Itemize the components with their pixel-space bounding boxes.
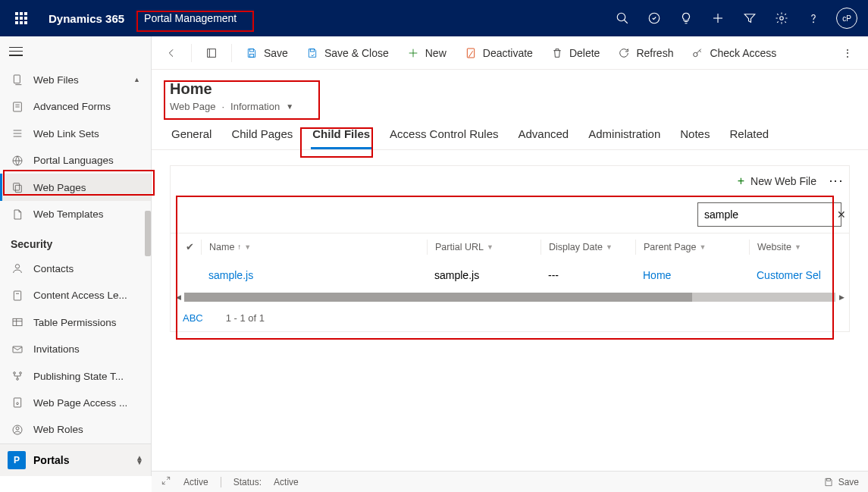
cell-name-link[interactable]: sample.js: [208, 269, 253, 281]
svg-point-27: [17, 378, 19, 381]
alpha-filter[interactable]: ABC: [183, 312, 203, 324]
vertical-dots-icon: ⋮: [842, 47, 854, 59]
sidebar-item-invitations[interactable]: Invitations: [0, 336, 151, 362]
assistant-button[interactable]: [672, 5, 700, 32]
grid-row[interactable]: sample.js sample.js --- Home Customer Se…: [171, 260, 849, 290]
task-button[interactable]: [641, 5, 668, 32]
sidebar-item-contacts[interactable]: Contacts: [0, 255, 151, 281]
svg-point-26: [20, 372, 22, 374]
cmd-label: Deactivate: [483, 47, 533, 59]
back-button[interactable]: [158, 38, 185, 68]
sort-asc-icon: ↑: [237, 243, 241, 251]
command-overflow[interactable]: ⋮: [835, 38, 862, 68]
footer-save-button[interactable]: Save: [823, 477, 859, 487]
sidebar-item-label: Web Roles: [33, 424, 140, 435]
svg-point-6: [813, 22, 814, 23]
envelope-icon: [11, 343, 24, 356]
subgrid-overflow[interactable]: ⋮: [828, 174, 844, 189]
sidebar-item-label: Portal Languages: [33, 155, 140, 166]
grid-horizontal-scrollbar[interactable]: ◀ ▶: [171, 290, 849, 304]
sidebar-item-web-files[interactable]: Web Files ▲: [0, 66, 151, 92]
sidebar-item-label: Publishing State T...: [33, 371, 140, 382]
sidebar-item-publishing-states[interactable]: Publishing State T...: [0, 362, 151, 389]
save-close-icon: [306, 47, 318, 59]
sidebar-item-label: Web Pages: [33, 182, 140, 193]
scroll-track[interactable]: [184, 293, 835, 302]
sidebar-scrollbar[interactable]: [145, 211, 151, 256]
user-avatar[interactable]: cP: [836, 8, 857, 29]
scroll-left-icon[interactable]: ◀: [174, 293, 183, 302]
check-access-button[interactable]: Check Access: [684, 38, 784, 68]
svg-rect-34: [249, 49, 253, 51]
sidebar-item-web-roles[interactable]: Web Roles: [0, 416, 151, 443]
entity-name: Web Page: [170, 101, 215, 112]
form-status-bar: Active Status: Active Save: [152, 471, 868, 492]
tab-advanced[interactable]: Advanced: [517, 120, 571, 149]
column-header-website[interactable]: Website ▼: [749, 240, 821, 255]
status-value: Active: [274, 477, 299, 487]
scroll-right-icon[interactable]: ▶: [837, 293, 846, 302]
subgrid-search[interactable]: ✕: [697, 202, 841, 227]
sidebar-item-label: Web Templates: [33, 208, 140, 220]
add-button[interactable]: [704, 5, 732, 32]
sidebar-item-web-templates[interactable]: Web Templates: [0, 201, 151, 227]
save-button[interactable]: Save: [238, 38, 296, 68]
sidebar-item-web-pages[interactable]: Web Pages: [0, 174, 151, 200]
sidebar-item-table-permissions[interactable]: Table Permissions: [0, 309, 151, 335]
clear-search-button[interactable]: ✕: [837, 208, 846, 221]
back-arrow-icon: [165, 47, 177, 59]
column-header-partial-url[interactable]: Partial URL ▼: [427, 240, 541, 255]
filter-button[interactable]: [736, 5, 763, 32]
app-title: Dynamics 365: [49, 12, 124, 25]
record-title: Home: [170, 80, 850, 98]
search-button[interactable]: [609, 5, 636, 32]
form-selector[interactable]: Information: [230, 101, 280, 112]
funnel-icon: [743, 11, 757, 25]
sidebar-area-switcher[interactable]: P Portals ▲▼: [0, 443, 151, 476]
open-record-set-button[interactable]: [198, 38, 225, 68]
search-input[interactable]: [704, 208, 837, 221]
cmd-label: Delete: [569, 47, 600, 59]
sidebar-item-web-page-access[interactable]: Web Page Access ...: [0, 390, 151, 416]
tab-related[interactable]: Related: [728, 120, 770, 149]
column-header-name[interactable]: Name ↑ ▼: [201, 240, 427, 255]
tab-access-control-rules[interactable]: Access Control Rules: [388, 120, 500, 149]
sidebar-item-content-access[interactable]: Content Access Le...: [0, 282, 151, 309]
deactivate-button[interactable]: Deactivate: [457, 38, 541, 68]
sidebar-item-portal-languages[interactable]: Portal Languages: [0, 147, 151, 174]
delete-button[interactable]: Delete: [544, 38, 607, 68]
sidebar-toggle[interactable]: [0, 36, 151, 66]
new-web-file-button[interactable]: + New Web File: [738, 174, 816, 188]
sidebar-item-advanced-forms[interactable]: Advanced Forms: [0, 93, 151, 120]
tab-notes[interactable]: Notes: [678, 120, 711, 149]
command-bar: Save Save & Close New Deactivate Delete …: [152, 36, 868, 70]
panel-icon: [205, 47, 218, 59]
help-button[interactable]: [800, 5, 827, 32]
tab-general[interactable]: General: [170, 120, 213, 149]
person-icon: [11, 262, 24, 275]
tab-administration[interactable]: Administration: [587, 120, 662, 149]
form-icon: [11, 100, 24, 114]
trash-icon: [551, 47, 563, 59]
tab-child-pages[interactable]: Child Pages: [230, 120, 294, 149]
expand-button[interactable]: [161, 475, 171, 488]
waffle-icon: [15, 12, 27, 24]
tab-child-files[interactable]: Child Files: [311, 120, 371, 149]
svg-point-18: [15, 265, 19, 268]
column-header-parent-page[interactable]: Parent Page ▼: [635, 240, 749, 255]
save-close-button[interactable]: Save & Close: [299, 38, 396, 68]
new-button[interactable]: New: [400, 38, 454, 68]
sidebar-item-web-link-sets[interactable]: Web Link Sets: [0, 120, 151, 146]
column-header-display-date[interactable]: Display Date ▼: [541, 240, 635, 255]
refresh-button[interactable]: Refresh: [610, 38, 681, 68]
settings-button[interactable]: [768, 5, 795, 32]
select-all-checkbox[interactable]: ✔: [178, 241, 201, 252]
app-launcher-button[interactable]: [6, 3, 36, 33]
cell-parent-page-link[interactable]: Home: [643, 269, 671, 281]
svg-rect-42: [826, 478, 830, 481]
chevron-down-icon: ▼: [794, 243, 801, 251]
cell-website-link[interactable]: Customer Sel: [757, 269, 821, 281]
svg-rect-7: [14, 75, 20, 83]
module-title[interactable]: Portal Management: [136, 9, 244, 27]
site-map-sidebar: Web Files ▲ Advanced Forms Web Link Sets…: [0, 36, 152, 476]
